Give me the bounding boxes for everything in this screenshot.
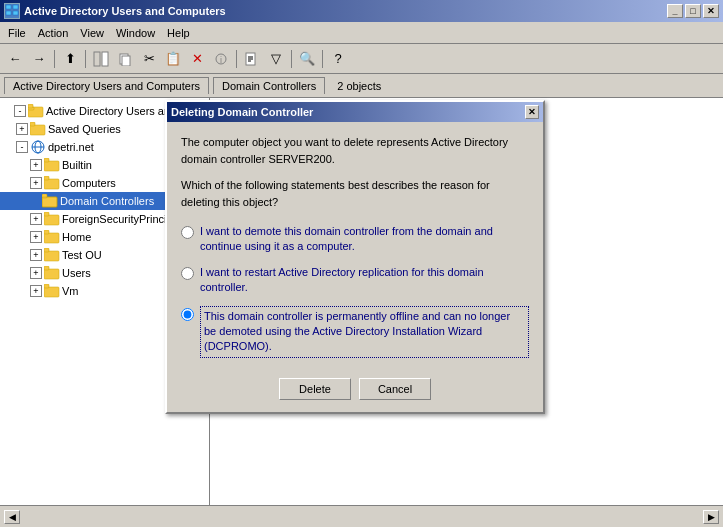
radio-input-3[interactable]	[181, 308, 194, 321]
dpetri-icon	[30, 139, 46, 155]
minimize-button[interactable]: _	[667, 4, 683, 18]
menu-file[interactable]: File	[2, 25, 32, 41]
dialog-title-bar: Deleting Domain Controller ✕	[167, 102, 543, 122]
test-ou-icon	[44, 247, 60, 263]
new-button[interactable]	[241, 48, 263, 70]
svg-rect-0	[6, 5, 11, 9]
radio-input-1[interactable]	[181, 226, 194, 239]
radio-option-3[interactable]: This domain controller is permanently of…	[181, 306, 529, 358]
menu-bar: File Action View Window Help	[0, 22, 723, 44]
svg-rect-29	[44, 215, 59, 225]
forward-button[interactable]: →	[28, 48, 50, 70]
dialog-body: The computer object you want to delete r…	[167, 122, 543, 412]
radio-option-1[interactable]: I want to demote this domain controller …	[181, 224, 529, 255]
svg-text:i: i	[220, 55, 222, 65]
svg-rect-32	[44, 230, 49, 234]
saved-queries-icon	[30, 121, 46, 137]
computers-label: Computers	[62, 177, 116, 189]
app-icon	[4, 3, 20, 19]
delete-button[interactable]: ✕	[186, 48, 208, 70]
radio-group: I want to demote this domain controller …	[181, 224, 529, 358]
menu-help[interactable]: Help	[161, 25, 196, 41]
maximize-button[interactable]: □	[685, 4, 701, 18]
home-icon	[44, 229, 60, 245]
filter-button[interactable]: ▽	[265, 48, 287, 70]
tree-expand-vm[interactable]: +	[30, 285, 42, 297]
svg-rect-1	[13, 5, 18, 9]
scroll-left-btn[interactable]: ◀	[4, 510, 20, 524]
builtin-icon	[44, 157, 60, 173]
dialog-question: Which of the following statements best d…	[181, 177, 529, 210]
find-button[interactable]: 🔍	[296, 48, 318, 70]
menu-window[interactable]: Window	[110, 25, 161, 41]
tree-expand-home[interactable]: +	[30, 231, 42, 243]
copy-button[interactable]	[114, 48, 136, 70]
delete-button[interactable]: Delete	[279, 378, 351, 400]
bottom-scrollbar[interactable]: ◀ ▶	[0, 505, 723, 527]
separator-1	[54, 50, 55, 68]
back-button[interactable]: ←	[4, 48, 26, 70]
dpetri-label: dpetri.net	[48, 141, 94, 153]
properties-button[interactable]: i	[210, 48, 232, 70]
svg-rect-31	[44, 233, 59, 243]
svg-rect-7	[122, 56, 130, 66]
close-button[interactable]: ✕	[703, 4, 719, 18]
svg-rect-38	[44, 284, 49, 288]
svg-rect-33	[44, 251, 59, 261]
tree-expand-test-ou[interactable]: +	[30, 249, 42, 261]
svg-rect-27	[42, 194, 47, 198]
tree-expand-users[interactable]: +	[30, 267, 42, 279]
tab-domain-controllers[interactable]: Domain Controllers	[213, 77, 325, 94]
test-ou-label: Test OU	[62, 249, 102, 261]
menu-action[interactable]: Action	[32, 25, 75, 41]
scroll-track[interactable]	[20, 510, 703, 524]
saved-queries-label: Saved Queries	[48, 123, 121, 135]
scroll-right-btn[interactable]: ▶	[703, 510, 719, 524]
tree-expand-root[interactable]: -	[14, 105, 26, 117]
delete-dialog: Deleting Domain Controller ✕ The compute…	[165, 100, 545, 414]
up-button[interactable]: ⬆	[59, 48, 81, 70]
separator-3	[236, 50, 237, 68]
radio-input-2[interactable]	[181, 267, 194, 280]
menu-view[interactable]: View	[74, 25, 110, 41]
radio-label-3: This domain controller is permanently of…	[200, 306, 529, 358]
users-label: Users	[62, 267, 91, 279]
svg-rect-25	[44, 176, 49, 180]
vm-icon	[44, 283, 60, 299]
separator-4	[291, 50, 292, 68]
svg-rect-35	[44, 269, 59, 279]
dialog-buttons: Delete Cancel	[181, 374, 529, 400]
dialog-close-button[interactable]: ✕	[525, 105, 539, 119]
svg-rect-17	[30, 125, 45, 135]
svg-rect-22	[44, 161, 59, 171]
window-title: Active Directory Users and Computers	[24, 5, 226, 17]
separator-2	[85, 50, 86, 68]
object-count: 2 objects	[337, 80, 381, 92]
tab-bar: Active Directory Users and Computers Dom…	[0, 74, 723, 98]
radio-option-2[interactable]: I want to restart Active Directory repli…	[181, 265, 529, 296]
svg-rect-5	[102, 52, 108, 66]
cancel-button[interactable]: Cancel	[359, 378, 431, 400]
svg-rect-37	[44, 287, 59, 297]
home-label: Home	[62, 231, 91, 243]
computers-icon	[44, 175, 60, 191]
svg-rect-4	[94, 52, 100, 66]
svg-rect-16	[28, 104, 33, 108]
dialog-info-text: The computer object you want to delete r…	[181, 134, 529, 167]
cut-button[interactable]: ✂	[138, 48, 160, 70]
svg-rect-18	[30, 122, 35, 126]
help-button[interactable]: ?	[327, 48, 349, 70]
radio-label-2: I want to restart Active Directory repli…	[200, 265, 529, 296]
show-hide-tree-button[interactable]	[90, 48, 112, 70]
tree-expand-computers[interactable]: +	[30, 177, 42, 189]
paste-button[interactable]: 📋	[162, 48, 184, 70]
foreign-label: ForeignSecurityPrincip...	[62, 213, 182, 225]
svg-rect-23	[44, 158, 49, 162]
svg-rect-34	[44, 248, 49, 252]
tree-expand-saved-queries[interactable]: +	[16, 123, 28, 135]
tree-expand-foreign[interactable]: +	[30, 213, 42, 225]
tree-expand-dpetri[interactable]: -	[16, 141, 28, 153]
window-controls: _ □ ✕	[667, 4, 719, 18]
tab-aduc[interactable]: Active Directory Users and Computers	[4, 77, 209, 94]
tree-expand-builtin[interactable]: +	[30, 159, 42, 171]
